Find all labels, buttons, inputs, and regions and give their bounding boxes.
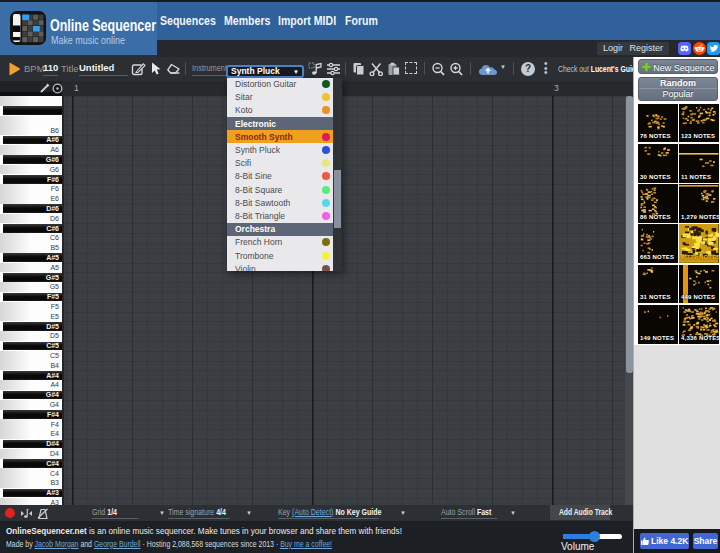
piano-key-E4[interactable]: E4 <box>0 429 62 439</box>
dropdown-option-sitar[interactable]: Sitar <box>227 91 333 104</box>
piano-key-B5[interactable]: B5 <box>0 243 62 253</box>
piano-key-C#5[interactable]: C#5 <box>0 341 62 351</box>
sequence-thumbnail[interactable]: 11 NOTES <box>679 144 719 183</box>
zoom-in-icon[interactable] <box>449 62 464 77</box>
key-select[interactable]: Key (Auto Detect) No Key Guide <box>278 507 379 519</box>
autoscroll-select[interactable]: Auto Scroll Fast <box>441 507 497 519</box>
register-button[interactable]: Register <box>623 42 669 55</box>
dropdown-option-distortion-guitar[interactable]: Distortion Guitar <box>227 78 333 91</box>
author-link[interactable]: George Burdell <box>94 538 141 549</box>
dropdown-option-violin[interactable]: Violin <box>227 262 333 271</box>
sequence-thumbnail[interactable]: 76 NOTES <box>638 104 678 143</box>
sequence-thumbnail[interactable]: 149 NOTES <box>638 305 678 344</box>
piano-key-E5[interactable]: E5 <box>0 312 62 322</box>
marquee-icon[interactable] <box>405 62 417 74</box>
cut-icon[interactable] <box>369 62 384 76</box>
dropdown-option-8-bit-triangle[interactable]: 8-Bit Triangle <box>227 209 333 222</box>
dropdown-option-8-bit-square[interactable]: 8-Bit Square <box>227 183 333 196</box>
time-signature-select[interactable]: Time signature 4/4 <box>168 507 230 519</box>
record-icon[interactable] <box>5 508 15 518</box>
sequence-thumbnail[interactable]: 123 NOTES <box>679 104 719 143</box>
chevron-down-icon[interactable]: ▼ <box>159 510 165 516</box>
note-grid[interactable] <box>62 96 625 505</box>
follow-playhead-icon[interactable] <box>20 508 33 519</box>
discord-icon[interactable] <box>678 42 691 55</box>
sequence-thumbnail[interactable]: 31 NOTES <box>638 265 678 304</box>
metronome-icon[interactable] <box>37 508 49 520</box>
sidebar-tab-random[interactable]: Random <box>639 78 717 89</box>
sequence-thumbnail[interactable]: 30 NOTES <box>638 144 678 183</box>
piano-key-D5[interactable]: D5 <box>0 331 62 341</box>
piano-key-A#5[interactable]: A#5 <box>0 253 62 263</box>
zoom-out-icon[interactable] <box>431 62 446 77</box>
piano-key-C7[interactable] <box>0 116 62 126</box>
chevron-down-icon[interactable]: ▼ <box>246 510 252 516</box>
piano-key-G6[interactable]: G6 <box>0 165 62 175</box>
piano-key-D6[interactable]: D6 <box>0 214 62 224</box>
eraser-icon[interactable] <box>166 62 181 76</box>
play-button[interactable] <box>8 62 21 76</box>
piano-key-D#5[interactable]: D#5 <box>0 321 62 331</box>
sequence-thumbnail[interactable]: 663 NOTES <box>638 224 678 263</box>
piano-key-G4[interactable]: G4 <box>0 400 62 410</box>
announcement-link[interactable]: Check out Lucent's Guide <box>558 63 634 74</box>
piano-key-F4[interactable]: F4 <box>0 419 62 429</box>
chevron-down-icon[interactable]: ▼ <box>400 510 406 516</box>
grid-size-select[interactable]: Grid 1/4 <box>92 507 139 519</box>
grid-scrollbar-thumb[interactable] <box>626 96 633 373</box>
new-sequence-button[interactable]: ✚ New Sequence <box>638 59 718 74</box>
cloud-menu-caret[interactable]: ▼ <box>500 64 506 70</box>
edit-icon[interactable] <box>131 62 146 76</box>
bpm-input[interactable]: 110 <box>43 60 58 76</box>
chevron-down-icon[interactable]: ▼ <box>510 510 516 516</box>
note-settings-icon[interactable] <box>308 62 323 76</box>
piano-key-F#4[interactable]: F#4 <box>0 410 62 420</box>
highlight-keys-icon[interactable] <box>52 83 63 94</box>
nav-item-members[interactable]: Members <box>224 14 270 28</box>
dropdown-option-french-horn[interactable]: French Horn <box>227 236 333 249</box>
dropdown-scrollbar-thumb[interactable] <box>334 170 341 228</box>
piano-key-F#6[interactable]: F#6 <box>0 174 62 184</box>
sequence-thumbnail[interactable]: 1,279 NOTES <box>679 184 719 223</box>
dropdown-option-synth-pluck[interactable]: Synth Pluck <box>227 143 333 156</box>
piano-key-A3[interactable]: A3 <box>0 498 62 505</box>
nav-item-sequences[interactable]: Sequences <box>160 14 216 28</box>
sequence-thumbnail[interactable]: 4,336 NOTES <box>679 305 719 344</box>
piano-key-F5[interactable]: F5 <box>0 302 62 312</box>
piano-settings-icon[interactable] <box>40 83 50 93</box>
paste-icon[interactable] <box>387 62 401 76</box>
kebab-icon[interactable]: ••• <box>544 62 547 76</box>
piano-key-D4[interactable]: D4 <box>0 449 62 459</box>
piano-key-D#4[interactable]: D#4 <box>0 439 62 449</box>
sequence-thumbnail[interactable]: 449 NOTES <box>679 265 719 304</box>
piano-key-G5[interactable]: G5 <box>0 282 62 292</box>
piano-key-B4[interactable]: B4 <box>0 361 62 371</box>
add-audio-track-button[interactable]: Add Audio Track <box>550 505 610 520</box>
sidebar-tab-popular[interactable]: Popular <box>639 89 717 100</box>
piano-key-B6[interactable]: B6 <box>0 125 62 135</box>
twitter-icon[interactable] <box>707 42 720 55</box>
piano-key-C#7[interactable] <box>0 106 62 116</box>
dropdown-option-koto[interactable]: Koto <box>227 104 333 117</box>
piano-key-C#6[interactable]: C#6 <box>0 223 62 233</box>
brand-link[interactable]: Online Sequencer Make music online <box>0 2 157 55</box>
piano-key-B3[interactable]: B3 <box>0 478 62 488</box>
piano-key-D7[interactable] <box>0 96 62 106</box>
key-autodetect-link[interactable]: (Auto Detect) <box>292 507 333 517</box>
piano-key-C4[interactable]: C4 <box>0 468 62 478</box>
piano-key-E6[interactable]: E6 <box>0 194 62 204</box>
dropdown-option-smooth-synth[interactable]: Smooth Synth <box>227 130 333 143</box>
piano-key-A5[interactable]: A5 <box>0 263 62 273</box>
piano-key-A#4[interactable]: A#4 <box>0 370 62 380</box>
copy-icon[interactable] <box>352 62 366 76</box>
help-icon[interactable]: ? <box>521 62 535 76</box>
nav-item-forum[interactable]: Forum <box>345 14 378 28</box>
piano-key-A4[interactable]: A4 <box>0 380 62 390</box>
piano-key-A#3[interactable]: A#3 <box>0 488 62 498</box>
sequence-thumbnail[interactable]: 2,772 NOTES <box>679 224 719 263</box>
dropdown-option-8-bit-sine[interactable]: 8-Bit Sine <box>227 170 333 183</box>
piano-key-F#5[interactable]: F#5 <box>0 292 62 302</box>
piano-keys[interactable]: B6A#6A6G#6G6F#6F6E6D#6D6C#6C6B5A#5A5G#5G… <box>0 96 62 505</box>
nav-item-import-midi[interactable]: Import MIDI <box>278 14 336 28</box>
cursor-icon[interactable] <box>150 62 162 76</box>
